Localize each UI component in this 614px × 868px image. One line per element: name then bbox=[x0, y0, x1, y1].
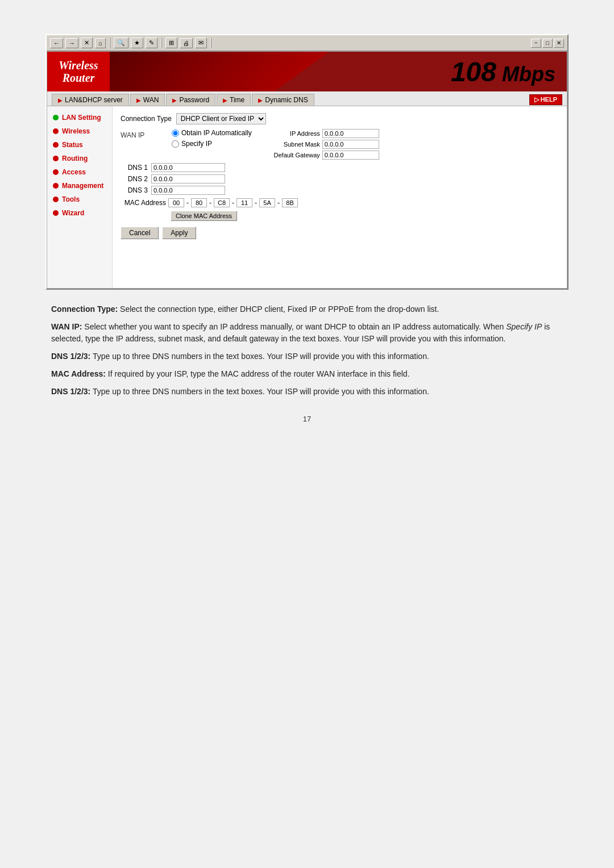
print-button[interactable]: 🖨 bbox=[180, 38, 193, 48]
tab-dynamic-dns[interactable]: ▶ Dynamic DNS bbox=[252, 94, 314, 106]
ip-address-row: IP Address bbox=[269, 129, 379, 138]
dns1-row: DNS 1 bbox=[121, 163, 559, 172]
content-panel: Connection Type DHCP Client or Fixed IP … bbox=[113, 106, 567, 288]
sidebar-label-management: Management bbox=[62, 182, 103, 190]
sidebar-item-lan-setting[interactable]: LAN Setting bbox=[47, 111, 112, 124]
radio-specify-label: Specify IP bbox=[181, 140, 212, 148]
sidebar-item-access[interactable]: Access bbox=[47, 165, 112, 179]
dns1-input[interactable] bbox=[151, 163, 225, 172]
dns2-row: DNS 2 bbox=[121, 174, 559, 183]
sidebar-dot-management bbox=[53, 183, 59, 189]
connection-type-select[interactable]: DHCP Client or Fixed IP PPPoE bbox=[176, 113, 266, 124]
mail-button[interactable]: ✉ bbox=[195, 37, 207, 48]
ip-address-input[interactable] bbox=[322, 129, 379, 138]
browser-toolbar: ← → ✕ ⌂ 🔍 ★ ✎ ⊞ 🖨 ✉ − □ ✕ bbox=[47, 35, 567, 51]
desc-dns-1-bold: DNS 1/2/3: bbox=[51, 352, 90, 361]
sidebar-label-tools: Tools bbox=[62, 195, 80, 203]
search-button[interactable]: 🔍 bbox=[114, 37, 128, 48]
sidebar-item-wizard[interactable]: Wizard bbox=[47, 206, 112, 220]
favorites-button[interactable]: ★ bbox=[131, 37, 143, 48]
cancel-button[interactable]: Cancel bbox=[121, 227, 159, 239]
mac-sep-2: - bbox=[209, 199, 211, 207]
tab-label-3: Password bbox=[179, 96, 209, 104]
dns3-label: DNS 3 bbox=[121, 186, 148, 194]
sidebar-item-tools[interactable]: Tools bbox=[47, 193, 112, 206]
sidebar-label-access: Access bbox=[62, 168, 86, 176]
sidebar-item-status[interactable]: Status bbox=[47, 138, 112, 152]
dns2-input[interactable] bbox=[151, 174, 225, 183]
tab-label-1: LAN&DHCP server bbox=[65, 96, 123, 104]
wan-ip-left: WAN IP bbox=[121, 129, 166, 160]
mac-octet-1[interactable] bbox=[168, 198, 184, 207]
forward-button[interactable]: → bbox=[65, 38, 78, 48]
mac-octet-3[interactable] bbox=[214, 198, 230, 207]
router-banner: 108 Mbps bbox=[110, 52, 567, 91]
mac-sep-5: - bbox=[277, 199, 280, 207]
router-logo: Wireless Router bbox=[47, 52, 110, 91]
dns3-row: DNS 3 bbox=[121, 186, 559, 195]
sidebar-dot-routing bbox=[53, 156, 59, 161]
radio-obtain-row: Obtain IP Automatically bbox=[172, 129, 252, 137]
mac-octet-2[interactable] bbox=[191, 198, 207, 207]
speed-number: 108 bbox=[451, 57, 496, 87]
stop-button[interactable]: ✕ bbox=[81, 37, 93, 48]
dns3-input[interactable] bbox=[151, 186, 225, 195]
speed-display: 108 Mbps bbox=[451, 56, 555, 87]
logo-router: Router bbox=[63, 72, 95, 84]
wan-ip-label: WAN IP bbox=[121, 129, 166, 139]
sidebar-item-wireless[interactable]: Wireless bbox=[47, 124, 112, 138]
back-button[interactable]: ← bbox=[50, 38, 63, 48]
default-gateway-input[interactable] bbox=[322, 151, 379, 160]
close-button[interactable]: ✕ bbox=[554, 39, 564, 48]
default-gateway-row: Default Gateway bbox=[269, 151, 379, 160]
dns2-label: DNS 2 bbox=[121, 175, 148, 183]
apply-button[interactable]: Apply bbox=[162, 227, 196, 239]
sidebar-item-routing[interactable]: Routing bbox=[47, 152, 112, 165]
minimize-button[interactable]: − bbox=[531, 39, 541, 48]
tab-label-5: Dynamic DNS bbox=[265, 96, 308, 104]
radio-specify-row: Specify IP bbox=[172, 140, 252, 148]
sidebar-dot-access bbox=[53, 169, 59, 175]
nav-tabs: ▶ LAN&DHCP server ▶ WAN ▶ Password ▶ Tim… bbox=[47, 91, 567, 106]
mac-octet-5[interactable] bbox=[259, 198, 275, 207]
sidebar-dot-status bbox=[53, 142, 59, 148]
ip-address-label: IP Address bbox=[269, 130, 320, 137]
tab-arrow-2: ▶ bbox=[136, 97, 141, 103]
main-content: LAN Setting Wireless Status Routing bbox=[47, 106, 567, 288]
view-button[interactable]: ⊞ bbox=[165, 37, 177, 48]
desc-dns-2: DNS 1/2/3: Type up to three DNS numbers … bbox=[51, 386, 563, 398]
subnet-mask-input[interactable] bbox=[322, 140, 379, 149]
tab-time[interactable]: ▶ Time bbox=[217, 94, 251, 106]
desc-wan-ip: WAN IP: Select whether you want to speci… bbox=[51, 321, 563, 345]
tab-label-2: WAN bbox=[143, 96, 159, 104]
help-button[interactable]: ▷ HELP bbox=[529, 94, 562, 105]
maximize-button[interactable]: □ bbox=[542, 39, 553, 48]
connection-type-row: Connection Type DHCP Client or Fixed IP … bbox=[121, 113, 559, 124]
edit-button[interactable]: ✎ bbox=[146, 37, 157, 48]
radio-obtain-label: Obtain IP Automatically bbox=[181, 129, 252, 137]
sidebar: LAN Setting Wireless Status Routing bbox=[47, 106, 113, 288]
mac-sep-4: - bbox=[255, 199, 257, 207]
mac-octet-4[interactable] bbox=[237, 198, 252, 207]
toolbar-sep-2 bbox=[161, 38, 162, 48]
sidebar-item-management[interactable]: Management bbox=[47, 179, 112, 193]
speed-unit: Mbps bbox=[502, 62, 555, 86]
radio-obtain-ip[interactable] bbox=[172, 130, 179, 137]
clone-mac-button[interactable]: Clone MAC Address bbox=[171, 211, 237, 221]
tab-wan[interactable]: ▶ WAN bbox=[130, 94, 165, 106]
home-button[interactable]: ⌂ bbox=[95, 38, 106, 48]
action-row: Cancel Apply bbox=[121, 227, 559, 239]
sidebar-label-status: Status bbox=[62, 141, 83, 149]
desc-mac-text: If required by your ISP, type the MAC ad… bbox=[108, 369, 410, 378]
mac-octet-6[interactable] bbox=[282, 198, 298, 207]
logo-wireless: Wireless bbox=[59, 59, 98, 72]
help-icon: ▷ bbox=[534, 96, 539, 103]
desc-wan-ip-text: Select whether you want to specify an IP… bbox=[84, 322, 506, 331]
radio-specify-ip[interactable] bbox=[172, 140, 179, 148]
tab-password[interactable]: ▶ Password bbox=[166, 94, 215, 106]
tab-lan-dhcp[interactable]: ▶ LAN&DHCP server bbox=[52, 94, 129, 106]
tab-arrow-3: ▶ bbox=[172, 97, 177, 103]
mac-sep-3: - bbox=[232, 199, 234, 207]
wan-ip-section: WAN IP Obtain IP Automatically Specify I… bbox=[121, 129, 559, 160]
mac-address-row: MAC Address - - - - - bbox=[121, 198, 559, 207]
